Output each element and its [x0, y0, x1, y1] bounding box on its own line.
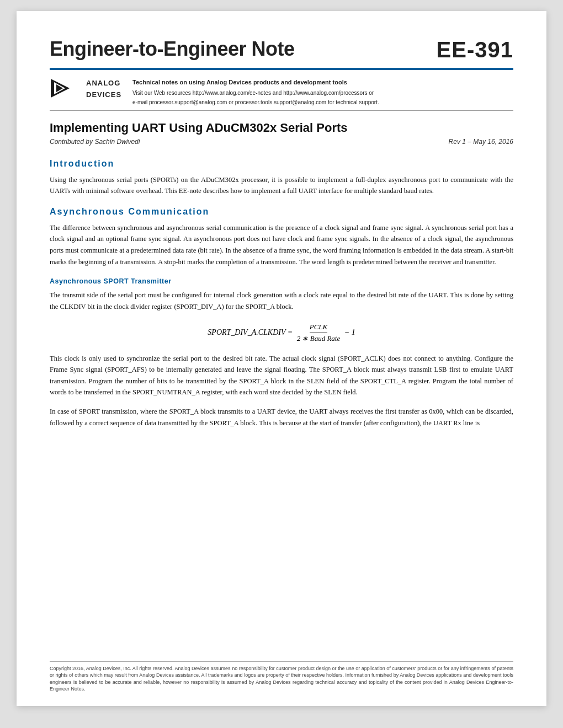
tagline-line2: Visit our Web resources http://www.analo…: [132, 89, 513, 98]
tagline-line3: e-mail processor.support@analog.com or p…: [132, 98, 513, 107]
article-title: Implementing UART Using ADuCM302x Serial…: [50, 121, 513, 135]
logo-analog: ANALOG: [86, 79, 120, 87]
sport-body1: The transmit side of the serial port mus…: [50, 290, 513, 312]
formula-lhs: SPORT_DIV_A.CLKDIV =: [208, 328, 293, 336]
logo-section: ANALOG DEVICES Technical notes on using …: [50, 74, 513, 111]
introduction-body: Using the synchronous serial ports (SPOR…: [50, 174, 513, 197]
tagline-bold: Technical notes on using Analog Devices …: [132, 78, 513, 88]
article-author: Contributed by Sachin Dwivedi: [50, 138, 140, 146]
footer-text: Copyright 2016, Analog Devices, Inc. All…: [50, 666, 513, 692]
section-async-comm: Asynchronous Communication The differenc…: [50, 207, 513, 268]
formula-fraction: PCLK 2 ∗ Baud Rate: [297, 323, 341, 343]
subsection-heading-sport: Asynchronous SPORT Transmitter: [50, 277, 513, 285]
formula-block: SPORT_DIV_A.CLKDIV = PCLK 2 ∗ Baud Rate …: [50, 323, 513, 343]
article-revision: Rev 1 – May 16, 2016: [449, 138, 513, 146]
page-header: Engineer-to-Engineer Note EE-391: [50, 38, 513, 62]
page: Engineer-to-Engineer Note EE-391 ANALOG …: [17, 11, 546, 706]
logo-text: ANALOG DEVICES: [86, 78, 121, 101]
blue-divider: [50, 68, 513, 70]
sport-body2: This clock is only used to synchronize t…: [50, 353, 513, 399]
page-number: EE-391: [437, 38, 513, 62]
page-footer: Copyright 2016, Analog Devices, Inc. All…: [50, 661, 513, 693]
logo-devices: DEVICES: [86, 90, 121, 99]
sport-body3: In case of SPORT transmission, where the…: [50, 406, 513, 429]
analog-devices-logo-icon: [50, 78, 79, 99]
formula-numerator: PCLK: [310, 323, 328, 333]
section-heading-introduction: Introduction: [50, 159, 513, 169]
tagline-block: Technical notes on using Analog Devices …: [128, 78, 513, 107]
formula-denominator: 2 ∗ Baud Rate: [297, 333, 341, 343]
async-comm-body: The difference between synchronous and a…: [50, 222, 513, 268]
section-heading-async: Asynchronous Communication: [50, 207, 513, 217]
section-sport-transmitter: Asynchronous SPORT Transmitter The trans…: [50, 277, 513, 429]
formula-minus: − 1: [344, 328, 355, 336]
article-meta: Contributed by Sachin Dwivedi Rev 1 – Ma…: [50, 138, 513, 146]
section-introduction: Introduction Using the synchronous seria…: [50, 159, 513, 197]
page-title: Engineer-to-Engineer Note: [50, 38, 295, 61]
